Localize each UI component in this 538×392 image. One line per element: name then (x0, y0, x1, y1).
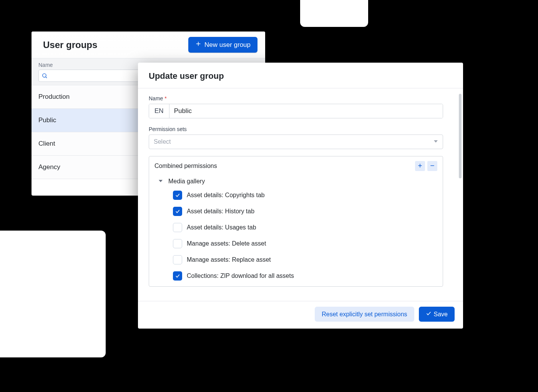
permission-checkbox[interactable] (173, 255, 182, 264)
reset-permissions-button[interactable]: Reset explicitly set permissions (315, 307, 414, 322)
permission-checkbox[interactable] (173, 207, 182, 216)
name-input[interactable] (169, 104, 443, 118)
update-user-group-panel: Update user group Name * EN Permission s… (138, 63, 463, 329)
minus-icon (430, 163, 435, 169)
permission-label: Manage assets: Replace asset (187, 256, 271, 263)
permission-sets-label: Permission sets (149, 126, 452, 132)
lang-prefix[interactable]: EN (149, 104, 169, 118)
chevron-down-icon (433, 138, 438, 145)
decorative-block-bottom (0, 231, 106, 357)
chevron-down-icon (158, 178, 163, 185)
save-button[interactable]: Save (419, 307, 455, 322)
permission-label: Asset details: History tab (187, 208, 254, 215)
select-placeholder: Select (154, 138, 171, 145)
permission-checkbox[interactable] (173, 191, 182, 200)
permission-item: Manage assets: Delete asset (154, 236, 437, 252)
permission-label: Collections: ZIP download for all assets (187, 272, 294, 279)
required-asterisk: * (164, 95, 166, 101)
tree-group-label: Media gallery (168, 178, 205, 185)
permission-checkbox[interactable] (173, 223, 182, 232)
permission-item: Asset details: History tab (154, 203, 437, 219)
collapse-all-button[interactable] (427, 161, 437, 171)
permission-items: Asset details: Copyrights tabAsset detai… (154, 187, 437, 284)
combined-permissions-title: Combined permissions (154, 163, 217, 169)
name-input-group: EN (149, 104, 443, 118)
permission-label: Manage assets: Delete asset (187, 240, 266, 247)
update-panel-footer: Reset explicitly set permissions Save (138, 301, 463, 329)
permission-checkbox[interactable] (173, 271, 182, 281)
column-name-label: Name (38, 62, 53, 68)
check-icon (426, 311, 432, 318)
plus-icon (417, 163, 423, 169)
permission-sets-select[interactable]: Select (149, 135, 443, 149)
svg-line-3 (46, 77, 47, 78)
tree-group-media-gallery[interactable]: Media gallery (154, 176, 437, 187)
permission-label: Asset details: Copyrights tab (187, 192, 265, 199)
scrollbar[interactable] (459, 94, 462, 178)
new-user-group-button[interactable]: New user group (188, 37, 257, 53)
permission-item: Asset details: Copyrights tab (154, 187, 437, 203)
update-panel-body: Name * EN Permission sets Select Combine… (138, 88, 463, 301)
new-user-group-label: New user group (204, 41, 251, 49)
permission-item: Collections: ZIP download for all assets (154, 268, 437, 284)
decorative-block-top (300, 0, 368, 27)
update-panel-title: Update user group (149, 71, 452, 81)
combined-permissions-box: Combined permissions (149, 156, 443, 287)
expand-all-button[interactable] (415, 161, 425, 171)
save-button-label: Save (434, 311, 448, 318)
permission-label: Asset details: Usages tab (187, 224, 256, 231)
update-panel-header: Update user group (138, 63, 463, 88)
permission-item: Asset details: Usages tab (154, 219, 437, 236)
user-groups-header: User groups New user group (32, 32, 265, 58)
plus-icon (195, 41, 201, 49)
permission-checkbox[interactable] (173, 239, 182, 248)
combined-permissions-header: Combined permissions (154, 161, 437, 171)
expand-collapse-actions (415, 161, 437, 171)
svg-point-2 (43, 74, 46, 77)
permission-item: Manage assets: Replace asset (154, 252, 437, 268)
name-field-label: Name * (149, 95, 452, 101)
user-groups-title: User groups (43, 40, 97, 50)
